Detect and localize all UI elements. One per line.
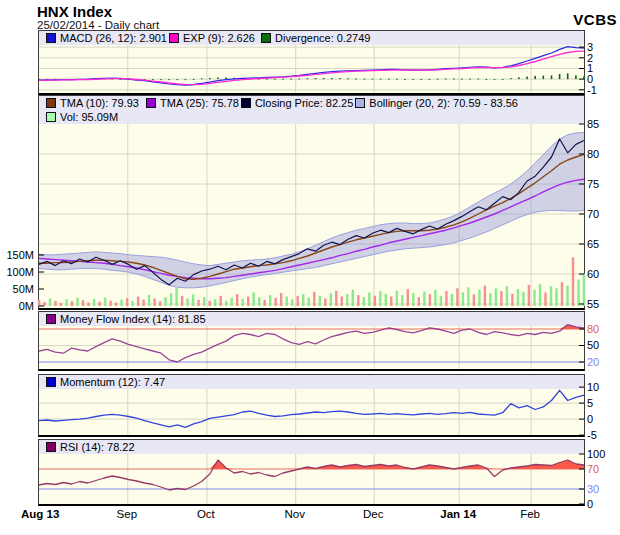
x-axis-label: Sep bbox=[99, 508, 155, 520]
bollinger-swatch-icon bbox=[355, 98, 365, 108]
y-axis-label: 55 bbox=[587, 298, 599, 310]
legend-label: Divergence: 0.2749 bbox=[275, 32, 370, 45]
legend-label: Money Flow Index (14): 81.85 bbox=[60, 313, 206, 326]
legend-item-price: TMA (10): 79.93 bbox=[44, 97, 144, 110]
legend-label: EXP (9): 2.626 bbox=[183, 32, 255, 45]
volume-axis-label: 150M bbox=[0, 249, 34, 261]
legend-item-price: TMA (25): 75.78 bbox=[144, 97, 239, 110]
y-axis-label: 70 bbox=[587, 208, 599, 220]
mfi-legend: Money Flow Index (14): 81.85 bbox=[39, 312, 584, 326]
y-axis-label: 10 bbox=[587, 381, 599, 393]
rsi-swatch-icon bbox=[46, 442, 56, 452]
y-axis-label: 75 bbox=[587, 178, 599, 190]
legend-row: Money Flow Index (14): 81.85 bbox=[44, 312, 584, 326]
divergence-swatch-icon bbox=[261, 33, 271, 43]
y-axis-label: 80 bbox=[587, 323, 599, 335]
legend-item-rsi: RSI (14): 78.22 bbox=[44, 441, 135, 454]
legend-item-momentum: Momentum (12): 7.47 bbox=[44, 376, 165, 389]
price-legend: TMA (10): 79.93TMA (25): 75.78Closing Pr… bbox=[39, 96, 584, 124]
legend-label: RSI (14): 78.22 bbox=[60, 441, 135, 454]
x-axis-label: Aug 13 bbox=[12, 508, 68, 520]
panel-mfi: Money Flow Index (14): 81.85 bbox=[38, 311, 585, 371]
rsi-legend: RSI (14): 78.22 bbox=[39, 440, 584, 454]
legend-row: Momentum (12): 7.47 bbox=[44, 375, 584, 389]
momentum-swatch-icon bbox=[46, 377, 56, 387]
volume-axis-label: 100M bbox=[0, 266, 34, 278]
y-axis-label: 65 bbox=[587, 238, 599, 250]
legend-item-price: Closing Price: 82.25 bbox=[239, 97, 353, 110]
legend-item-macd: Divergence: 0.2749 bbox=[259, 32, 370, 45]
legend-item-macd: MACD (26, 12): 2.901 bbox=[44, 32, 167, 45]
legend-item-price: Vol: 95.09M bbox=[44, 111, 118, 124]
exp-swatch-icon bbox=[169, 33, 179, 43]
y-axis-label: 0 bbox=[587, 413, 593, 425]
legend-label: Closing Price: 82.25 bbox=[255, 97, 353, 110]
y-axis-label: 100 bbox=[587, 448, 605, 460]
y-axis-label: -1 bbox=[587, 84, 597, 96]
legend-label: TMA (10): 79.93 bbox=[60, 97, 139, 110]
x-axis-label: Jan 14 bbox=[430, 508, 486, 520]
legend-item-price: Bollinger (20, 2): 70.59 - 83.56 bbox=[353, 97, 518, 110]
volume-axis-label: 0M bbox=[0, 300, 34, 312]
momentum-legend: Momentum (12): 7.47 bbox=[39, 375, 584, 389]
panel-rsi: RSI (14): 78.22 bbox=[38, 439, 585, 506]
closing-price-swatch-icon bbox=[241, 98, 251, 108]
legend-label: Momentum (12): 7.47 bbox=[60, 376, 165, 389]
panel-price: TMA (10): 79.93TMA (25): 75.78Closing Pr… bbox=[38, 95, 585, 310]
macd-legend: MACD (26, 12): 2.901EXP (9): 2.626Diverg… bbox=[39, 31, 584, 45]
y-axis-label: 20 bbox=[587, 356, 599, 368]
panel-momentum: Momentum (12): 7.47 bbox=[38, 374, 585, 437]
legend-row: Vol: 95.09M bbox=[44, 110, 584, 124]
legend-label: Vol: 95.09M bbox=[60, 111, 118, 124]
panel-macd: MACD (26, 12): 2.901EXP (9): 2.626Diverg… bbox=[38, 30, 585, 95]
y-axis-label: 0 bbox=[587, 498, 593, 510]
legend-row: TMA (10): 79.93TMA (25): 75.78Closing Pr… bbox=[44, 96, 584, 110]
macd-swatch-icon bbox=[46, 33, 56, 43]
y-axis-label: 50 bbox=[587, 339, 599, 351]
legend-label: MACD (26, 12): 2.901 bbox=[60, 32, 167, 45]
volume-swatch-icon bbox=[46, 112, 56, 122]
y-axis-label: 60 bbox=[587, 268, 599, 280]
y-axis-label: 70 bbox=[587, 463, 599, 475]
chart-area: MACD (26, 12): 2.901EXP (9): 2.626Diverg… bbox=[0, 0, 620, 535]
y-axis-label: 80 bbox=[587, 148, 599, 160]
x-axis-label: Feb bbox=[502, 508, 558, 520]
tma25-swatch-icon bbox=[146, 98, 156, 108]
legend-label: Bollinger (20, 2): 70.59 - 83.56 bbox=[369, 97, 518, 110]
legend-label: TMA (25): 75.78 bbox=[160, 97, 239, 110]
y-axis-label: -5 bbox=[587, 429, 597, 441]
x-axis-label: Dec bbox=[345, 508, 401, 520]
x-axis-label: Nov bbox=[267, 508, 323, 520]
y-axis-label: 85 bbox=[587, 118, 599, 130]
legend-row: MACD (26, 12): 2.901EXP (9): 2.626Diverg… bbox=[44, 31, 584, 45]
mfi-swatch-icon bbox=[46, 314, 56, 324]
legend-row: RSI (14): 78.22 bbox=[44, 440, 584, 454]
legend-item-macd: EXP (9): 2.626 bbox=[167, 32, 259, 45]
y-axis-label: 5 bbox=[587, 397, 593, 409]
x-axis-label: Oct bbox=[178, 508, 234, 520]
legend-item-mfi: Money Flow Index (14): 81.85 bbox=[44, 313, 206, 326]
y-axis-label: 30 bbox=[587, 483, 599, 495]
tma10-swatch-icon bbox=[46, 98, 56, 108]
volume-axis-label: 50M bbox=[0, 283, 34, 295]
